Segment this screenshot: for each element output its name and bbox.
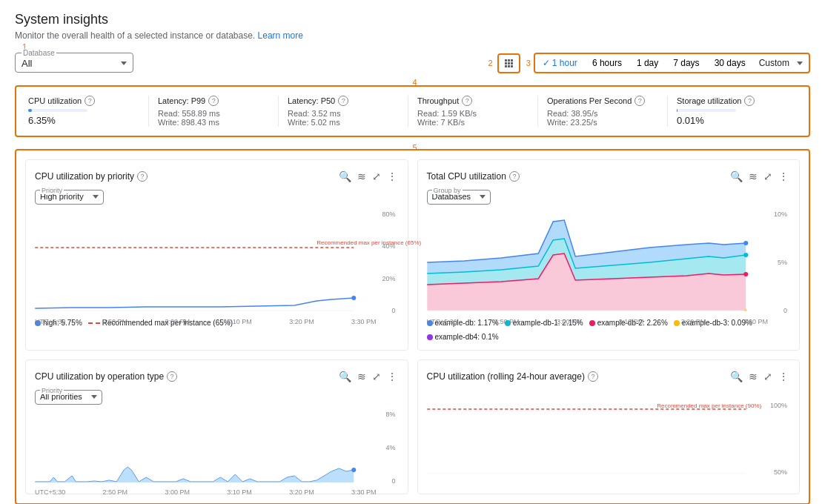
chart-total-cpu-compare[interactable]: ≋ [747,169,759,184]
svg-point-9 [743,272,748,276]
database-selector[interactable]: Database All [15,53,133,73]
svg-text:Recommended max per instance (: Recommended max per instance (90%) [657,402,761,409]
grid-icon [505,59,513,67]
metrics-bar: CPU utilization ? 6.35% Latency: P99 ? R… [15,85,810,137]
group-by-label: Group by [432,187,463,194]
svg-point-8 [743,253,748,257]
chart-cpu-op-zoom[interactable]: 🔍 [337,369,353,384]
chart-cpu-rolling-help[interactable]: ? [588,371,598,382]
charts-container: CPU utilization by priority ? 🔍 ≋ ⤢ ⋮ Pr… [15,149,810,504]
chevron-down-icon [115,62,127,65]
label-3: 3 [526,59,531,67]
chart-cpu-priority-compare[interactable]: ≋ [356,169,368,184]
svg-marker-12 [35,467,354,483]
latency-p99-read: Read: 558.89 ms [158,109,269,118]
priority-label-2: Priority [40,387,64,394]
chart-cpu-priority: CPU utilization by priority ? 🔍 ≋ ⤢ ⋮ Pr… [25,159,408,351]
chart-total-cpu-help[interactable]: ? [509,171,520,182]
learn-more-link[interactable]: Learn more [258,30,303,41]
throughput-help-icon[interactable]: ? [462,96,472,106]
chart-cpu-priority-help[interactable]: ? [137,171,148,182]
throughput-read: Read: 1.59 KB/s [417,109,529,118]
chart-cpu-priority-expand[interactable]: ⤢ [371,169,382,184]
storage-value: 0.01% [677,115,788,126]
latency-p99-write: Write: 898.43 ms [158,118,269,127]
cpu-help-icon[interactable]: ? [85,96,95,106]
ops-write: Write: 23.25/s [547,118,658,127]
latency-p50-read: Read: 3.52 ms [288,109,399,118]
chart-cpu-op-expand[interactable]: ⤢ [371,369,382,384]
chart-cpu-rolling-more[interactable]: ⋮ [777,369,790,384]
group-by-selector[interactable]: Group by Databases [427,190,491,205]
label-4: 4 [413,78,417,87]
svg-text:Recommended max per instance (: Recommended max per instance (65%) [317,239,421,246]
page-title: System insights [15,12,810,27]
page-description: Monitor the overall health of a selected… [15,30,810,41]
database-field-label: Database [21,49,56,57]
metric-latency-p99: Latency: P99 ? Read: 558.89 ms Write: 89… [149,96,279,127]
latency-p50-help-icon[interactable]: ? [338,96,348,106]
metric-latency-p50: Latency: P50 ? Read: 3.52 ms Write: 5.02… [279,96,408,127]
chart-cpu-op-more[interactable]: ⋮ [385,369,399,384]
chart-cpu-rolling-zoom[interactable]: 🔍 [729,369,744,384]
database-value: All [21,58,32,69]
priority-selector-1[interactable]: Priority High priority [35,190,104,205]
chart-cpu-rolling-compare[interactable]: ≋ [747,369,759,384]
metric-ops: Operations Per Second ? Read: 38.95/s Wr… [538,96,668,127]
time-btn-1hour[interactable]: ✓1 hour [535,54,585,72]
latency-p99-help-icon[interactable]: ? [208,96,219,106]
latency-p50-write: Write: 5.02 ms [288,118,399,127]
chart-total-cpu: Total CPU utilization ? 🔍 ≋ ⤢ ⋮ Group by… [417,159,801,351]
svg-point-2 [351,296,356,300]
priority-selector-2[interactable]: Priority All priorities [35,390,102,405]
grid-view-button[interactable] [497,53,520,73]
chart-cpu-op-help[interactable]: ? [167,371,177,382]
chart-cpu-priority-more[interactable]: ⋮ [385,169,399,184]
ops-help-icon[interactable]: ? [635,96,645,106]
priority-label-1: Priority [40,187,64,194]
ops-read: Read: 38.95/s [547,109,658,118]
chart-total-cpu-zoom[interactable]: 🔍 [729,169,744,184]
time-range-bar: ✓1 hour 6 hours 1 day 7 days 30 days Cus… [534,53,810,73]
metric-cpu: CPU utilization ? 6.35% [28,96,149,127]
svg-point-13 [351,468,356,472]
chart-cpu-rolling: CPU utilization (rolling 24-hour average… [417,359,801,494]
time-btn-custom[interactable]: Custom [753,54,809,72]
metric-throughput: Throughput ? Read: 1.59 KB/s Write: 7 KB… [408,96,538,127]
time-btn-7days[interactable]: 7 days [666,54,706,72]
chart-cpu-operation: CPU utilization by operation type ? 🔍 ≋ … [25,359,408,494]
chart-total-cpu-expand[interactable]: ⤢ [762,169,774,184]
chart-cpu-priority-zoom[interactable]: 🔍 [337,169,353,184]
svg-point-7 [743,241,748,245]
chart-cpu-rolling-expand[interactable]: ⤢ [762,369,774,384]
throughput-write: Write: 7 KB/s [417,118,529,127]
label-5: 5 [413,143,417,152]
label-2: 2 [488,59,493,67]
chart-cpu-op-compare[interactable]: ≋ [356,369,368,384]
time-btn-30days[interactable]: 30 days [707,54,753,72]
time-btn-1day[interactable]: 1 day [629,54,666,72]
time-btn-6hours[interactable]: 6 hours [585,54,629,72]
chart-total-cpu-more[interactable]: ⋮ [777,169,790,184]
metric-storage: Storage utilization ? 0.01% [668,96,797,127]
storage-help-icon[interactable]: ? [744,96,755,106]
cpu-value: 6.35% [28,115,139,126]
